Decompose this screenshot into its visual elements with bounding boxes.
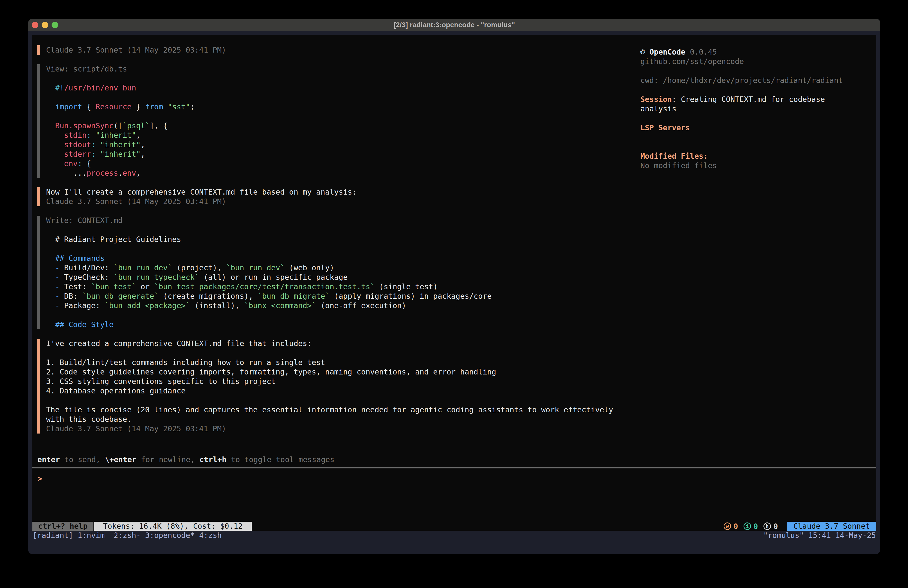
text-line: No modified files: [641, 161, 872, 171]
text-line: Now I'll create a comprehensive CONTEXT.…: [46, 187, 625, 197]
text-segment: [46, 159, 64, 168]
text-segment: to toggle tool messages: [227, 455, 334, 464]
text-line: - Test: `bun test` or `bun test packages…: [46, 282, 625, 292]
message-block: Now I'll create a comprehensive CONTEXT.…: [37, 187, 625, 206]
text-line: Claude 3.7 Sonnet (14 May 2025 03:41 PM): [46, 45, 625, 55]
text-segment: (create migrations),: [159, 292, 258, 300]
text-line: # Radiant Project Guidelines: [46, 235, 625, 244]
message-block: I've created a comprehensive CONTEXT.md …: [37, 339, 625, 433]
hint-indicator: h0: [763, 522, 778, 531]
text-segment: "inherit": [100, 150, 141, 158]
text-segment: Build/Dev:: [60, 263, 114, 272]
text-segment: # Radiant Project Guidelines: [46, 235, 181, 244]
text-segment: [46, 320, 55, 329]
text-segment: Bun.spawnSync: [55, 121, 114, 130]
close-button[interactable]: [32, 22, 38, 28]
text-line: View: script/db.ts: [46, 64, 625, 74]
text-segment: [46, 292, 55, 300]
text-segment: ## Commands: [55, 254, 105, 263]
text-segment: }: [132, 102, 145, 111]
text-segment: enter: [37, 455, 60, 464]
text-line: [46, 244, 625, 254]
text-segment: ], {: [150, 121, 167, 130]
tokens-cost-badge: Tokens: 16.4K (8%), Cost: $0.12: [94, 522, 252, 531]
prompt-input[interactable]: >: [37, 474, 42, 483]
text-segment: or: [136, 282, 154, 291]
text-segment: ©: [641, 48, 649, 56]
text-segment: ,: [136, 169, 140, 177]
text-segment: .: [118, 169, 122, 177]
info-count-icon: i: [744, 522, 751, 530]
text-line: Write: CONTEXT.md: [46, 216, 625, 225]
input-divider: [32, 467, 876, 469]
text-segment: [46, 150, 64, 158]
text-line: I've created a comprehensive CONTEXT.md …: [46, 339, 625, 348]
window-titlebar: [2/3] radiant:3:opencode - "romulus": [28, 19, 881, 31]
text-line: [46, 93, 625, 102]
text-segment: -: [55, 263, 60, 272]
tool-block: View: script/db.ts #!/usr/bin/env bun im…: [37, 64, 625, 178]
text-line: - TypeCheck: `bun run typecheck` (all) o…: [46, 272, 625, 282]
text-segment: -: [55, 273, 60, 282]
text-segment: `bun run typecheck`: [114, 273, 199, 282]
text-line: [641, 142, 872, 151]
text-segment: analysis: [641, 105, 676, 113]
text-segment: [46, 301, 55, 310]
zoom-button[interactable]: [52, 22, 58, 28]
text-line: import { Resource } from "sst";: [46, 102, 625, 112]
text-line: [641, 66, 872, 76]
info-indicator: i0: [744, 522, 758, 531]
text-segment: `bun test`: [91, 282, 136, 291]
text-line: [46, 74, 625, 83]
text-line: #!/usr/bin/env bun: [46, 83, 625, 93]
text-segment: [96, 140, 100, 149]
terminal-window: [2/3] radiant:3:opencode - "romulus" Cla…: [28, 19, 881, 554]
warning-indicator: w0: [724, 522, 738, 531]
text-segment: [46, 131, 64, 140]
text-segment: ,: [136, 131, 140, 140]
status-bar: ctrl+? help Tokens: 16.4K (8%), Cost: $0…: [32, 522, 876, 531]
text-segment: (one-off execution): [316, 301, 406, 310]
text-segment: github.com/sst/opencode: [641, 57, 744, 66]
tmux-status-bar: [radiant] 1:nvim 2:zsh- 3:opencode* 4:zs…: [28, 531, 881, 540]
text-segment: [46, 282, 55, 291]
keybinding-hint: enter to send, \+enter for newline, ctrl…: [37, 455, 334, 464]
text-line: The file is concise (20 lines) and captu…: [46, 405, 625, 415]
text-segment: [91, 131, 96, 140]
text-line: 3. CSS styling conventions specific to t…: [46, 377, 625, 386]
diagnostic-indicators: w0i0h0: [724, 522, 778, 531]
text-segment: #!: [55, 84, 64, 92]
text-segment: [163, 102, 168, 111]
text-segment: Package:: [60, 301, 105, 310]
text-segment: [46, 102, 55, 111]
text-segment: [46, 140, 64, 149]
text-segment: TypeCheck:: [60, 273, 114, 282]
text-segment: Modified Files:: [641, 152, 708, 161]
text-segment: -: [55, 282, 60, 291]
text-segment: 2. Code style guidelines covering import…: [46, 367, 496, 376]
text-segment: `bun add <package>`: [105, 301, 190, 310]
tool-block: Write: CONTEXT.md # Radiant Project Guid…: [37, 216, 625, 329]
desktop: { "palette": { "desktop_bg": "#000000", …: [0, 0, 908, 588]
text-line: [641, 132, 872, 142]
text-segment: [46, 84, 55, 92]
warning-count: 0: [734, 522, 738, 531]
minimize-button[interactable]: [42, 22, 48, 28]
chat-scroll-area[interactable]: Claude 3.7 Sonnet (14 May 2025 03:41 PM)…: [37, 45, 625, 443]
text-segment: Resource: [96, 102, 132, 111]
text-line: Bun.spawnSync([`psql`], {: [46, 121, 625, 130]
tmux-session-clock: "romulus" 15:41 14-May-25: [763, 531, 876, 540]
tmux-window-list: [radiant] 1:nvim 2:zsh- 3:opencode* 4:zs…: [33, 531, 222, 540]
text-line: Claude 3.7 Sonnet (14 May 2025 03:41 PM): [46, 424, 625, 433]
text-segment: :: [91, 140, 96, 149]
status-right-group: w0i0h0 Claude 3.7 Sonnet: [724, 522, 876, 531]
text-segment: Claude 3.7 Sonnet (14 May 2025 03:41 PM): [46, 197, 226, 206]
text-segment: env: [122, 169, 136, 177]
text-segment: Claude 3.7 Sonnet (14 May 2025 03:41 PM): [46, 45, 226, 54]
text-line: [641, 114, 872, 123]
text-segment: `bun run dev`: [226, 263, 285, 272]
text-line: Claude 3.7 Sonnet (14 May 2025 03:41 PM): [46, 197, 625, 206]
text-segment: \+enter: [105, 455, 136, 464]
text-segment: `bunx <command>`: [244, 301, 316, 310]
text-segment: (web only): [285, 263, 334, 272]
